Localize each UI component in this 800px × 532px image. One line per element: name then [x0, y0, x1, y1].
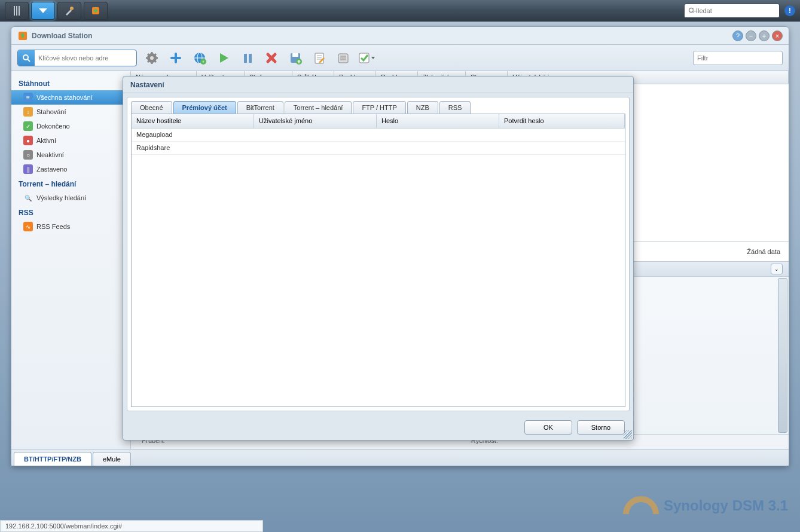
dialog-columns: Název hostitele Uživatelské jméno Heslo …: [132, 114, 625, 129]
dtab-general[interactable]: Obecné: [131, 101, 172, 114]
scrollbar[interactable]: [778, 278, 787, 433]
dtab-torrent-search[interactable]: Torrent – hledání: [285, 101, 352, 114]
dcol-password[interactable]: Heslo: [377, 114, 499, 128]
cell-user: [254, 142, 377, 154]
add-url-button[interactable]: +: [191, 49, 209, 67]
sidebar-item-downloading[interactable]: ↓Stahování: [11, 105, 130, 119]
sidebar: Stáhnout ≡Všechna stahování ↓Stahování ✓…: [11, 71, 131, 449]
table-row[interactable]: Rapidshare: [132, 142, 625, 155]
search-icon-button[interactable]: [18, 50, 35, 66]
pause-button[interactable]: [239, 49, 257, 67]
svg-text:+: +: [202, 59, 205, 65]
svg-rect-32: [249, 54, 252, 63]
sidebar-item-all[interactable]: ≡Všechna stahování: [11, 90, 130, 105]
settings-button[interactable]: [143, 49, 161, 67]
dialog-tabs: Obecné Prémiový účet BitTorrent Torrent …: [127, 97, 629, 114]
cell-pass: [377, 129, 499, 141]
sidebar-item-inactive[interactable]: ○Neaktivní: [11, 148, 130, 162]
filter-input[interactable]: [697, 54, 780, 62]
sidebar-item-completed[interactable]: ✓Dokončeno: [11, 119, 130, 133]
dcol-hostname[interactable]: Název hostitele: [132, 114, 254, 128]
search-icon: [688, 7, 693, 14]
taskbar-menu-button[interactable]: [31, 2, 55, 20]
expand-collapse-button[interactable]: ⌄: [771, 264, 783, 274]
cancel-button[interactable]: Storno: [577, 420, 625, 435]
dcol-username[interactable]: Uživatelské jméno: [254, 114, 377, 128]
sidebar-item-label: Neaktivní: [36, 151, 64, 158]
global-search-input[interactable]: [693, 7, 775, 14]
sidebar-item-active[interactable]: ●Aktivní: [11, 133, 130, 148]
status-text: 192.168.2.100:5000/webman/index.cgi#: [5, 522, 122, 530]
global-search-box[interactable]: [684, 4, 780, 18]
edit-button[interactable]: [310, 49, 328, 67]
window-titlebar[interactable]: Download Station ? − + ×: [11, 27, 789, 45]
svg-line-22: [154, 54, 156, 56]
svg-rect-36: [292, 53, 298, 57]
sidebar-item-label: Výsledky hledání: [36, 194, 86, 201]
dtab-ftp-http[interactable]: FTP / HTTP: [353, 101, 405, 114]
sidebar-item-label: Aktivní: [36, 137, 56, 144]
browser-status-bar: 192.168.2.100:5000/webman/index.cgi#: [0, 520, 263, 532]
tab-emule[interactable]: eMule: [93, 452, 131, 466]
delete-button[interactable]: [262, 49, 280, 67]
dialog-content: Název hostitele Uživatelské jméno Heslo …: [131, 114, 625, 407]
sidebar-item-rss-feeds[interactable]: ∿RSS Feeds: [11, 219, 130, 234]
svg-point-4: [70, 7, 74, 10]
svg-line-12: [28, 59, 30, 62]
list-button[interactable]: [334, 49, 352, 67]
rss-icon: ∿: [23, 222, 33, 231]
info-icon[interactable]: !: [784, 5, 795, 16]
svg-line-19: [148, 54, 149, 56]
download-icon: ↓: [23, 107, 33, 117]
svg-rect-0: [14, 6, 15, 16]
check-dropdown-button[interactable]: [358, 49, 376, 67]
settings-dialog: Nastavení Obecné Prémiový účet BitTorren…: [123, 76, 634, 441]
sidebar-item-paused[interactable]: ∥Zastaveno: [11, 162, 130, 176]
cell-host: Megaupload: [132, 129, 254, 141]
filter-box[interactable]: [693, 51, 783, 65]
cell-confirm: [499, 129, 625, 141]
svg-rect-2: [19, 6, 20, 16]
cell-user: [254, 129, 377, 141]
keyword-search-input[interactable]: [35, 54, 136, 62]
svg-rect-1: [16, 6, 17, 16]
table-row[interactable]: Megaupload: [132, 129, 625, 142]
taskbar-tools-button[interactable]: [57, 2, 81, 20]
sidebar-item-search-results[interactable]: 🔍Výsledky hledání: [11, 191, 130, 205]
sidebar-item-label: RSS Feeds: [36, 223, 70, 230]
dialog-title[interactable]: Nastavení: [123, 77, 633, 93]
dtab-nzb[interactable]: NZB: [407, 101, 438, 114]
dtab-rss[interactable]: RSS: [439, 101, 471, 114]
svg-marker-30: [220, 53, 228, 63]
resume-button[interactable]: [215, 49, 233, 67]
sidebar-item-label: Dokončeno: [36, 123, 70, 130]
tab-bt-http-ftp-nzb[interactable]: BT/HTTP/FTP/NZB: [14, 452, 91, 466]
svg-marker-48: [371, 57, 375, 59]
inactive-icon: ○: [23, 150, 33, 160]
pause-icon: ∥: [23, 164, 33, 174]
minimize-button[interactable]: −: [746, 30, 756, 41]
save-button[interactable]: [286, 49, 304, 67]
svg-line-21: [148, 60, 149, 62]
dtab-premium[interactable]: Prémiový účet: [173, 101, 236, 114]
resize-grip[interactable]: [624, 430, 632, 439]
search-icon: 🔍: [23, 193, 33, 203]
svg-rect-24: [170, 57, 181, 59]
watermark-text: Synology DSM 3.1: [664, 497, 788, 514]
ok-button[interactable]: OK: [524, 420, 572, 435]
keyword-search-box[interactable]: [17, 50, 137, 66]
sidebar-section-torrent: Torrent – hledání: [11, 176, 130, 191]
list-icon: ≡: [23, 93, 33, 102]
dtab-bittorrent[interactable]: BitTorrent: [237, 101, 283, 114]
dcol-confirm[interactable]: Potvrdit heslo: [499, 114, 625, 128]
taskbar-handle[interactable]: [5, 2, 29, 20]
maximize-button[interactable]: +: [759, 30, 770, 41]
help-button[interactable]: ?: [732, 30, 743, 41]
taskbar-app-button[interactable]: [84, 2, 108, 20]
cell-host: Rapidshare: [132, 142, 254, 154]
add-button[interactable]: [167, 49, 185, 67]
sidebar-section-rss: RSS: [11, 205, 130, 219]
close-button[interactable]: ×: [772, 30, 783, 41]
window-title: Download Station: [32, 32, 92, 40]
sidebar-item-label: Zastaveno: [36, 166, 67, 173]
